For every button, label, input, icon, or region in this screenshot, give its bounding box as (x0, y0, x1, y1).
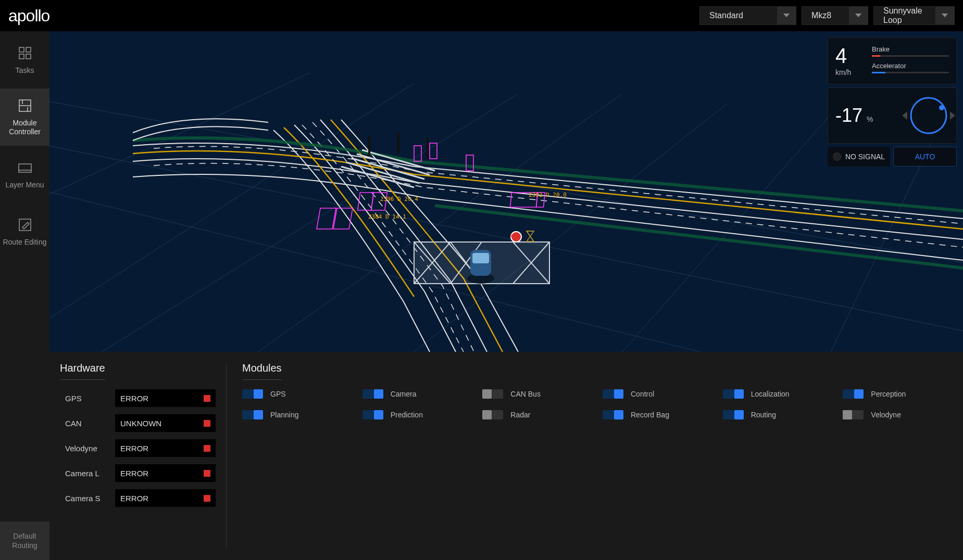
module-label: Planning (270, 411, 299, 419)
sidebar-default-routing[interactable]: Default Routing (0, 521, 49, 560)
vehicle-select-label: Mkz8 (802, 11, 849, 20)
hardware-name: GPS (60, 394, 110, 403)
svg-rect-34 (466, 155, 473, 171)
hardware-row: Camera L ERROR (60, 464, 216, 482)
brake-label: Brake (872, 45, 949, 53)
hardware-row: Velodyne ERROR (60, 439, 216, 457)
dashboard-overlay: 4 km/h Brake Accelerator (828, 37, 957, 167)
module-item: Routing (723, 410, 833, 419)
vehicle-select[interactable]: Mkz8 (802, 6, 868, 25)
module-label: Record Bag (631, 411, 669, 419)
signal-dot-icon (833, 152, 841, 161)
viewport-3d[interactable]: 2396 D 20.4 2392 D 20.0 2384 D 14.1 STOP… (49, 31, 963, 352)
sidebar-item-module-controller[interactable]: Module Controller (0, 88, 49, 146)
hardware-name: Velodyne (60, 444, 110, 453)
mode-select-label: Standard (700, 11, 777, 20)
svg-line-20 (49, 73, 310, 291)
module-item: Record Bag (603, 410, 712, 419)
module-item: Control (603, 389, 712, 399)
topbar: apollo Standard Mkz8 Sunnyvale Loop (0, 0, 963, 31)
module-toggle[interactable] (362, 410, 383, 419)
hardware-status: ERROR (115, 464, 216, 482)
svg-line-21 (341, 167, 414, 187)
module-label: CAN Bus (510, 390, 541, 398)
module-toggle[interactable] (723, 389, 744, 399)
chevron-down-icon (849, 6, 868, 25)
module-item: Localization (723, 389, 833, 399)
map-select-label: Sunnyvale Loop (874, 6, 935, 25)
speed-value: 4 (835, 45, 872, 66)
layer-menu-icon (17, 160, 33, 175)
sidebar-item-route-editing[interactable]: Route Editing (0, 203, 49, 260)
status-led-icon (204, 470, 210, 477)
hardware-status: ERROR (115, 389, 216, 407)
module-toggle[interactable] (242, 389, 263, 399)
hardware-name: CAN (60, 419, 110, 428)
chevron-down-icon (777, 6, 796, 25)
module-toggle[interactable] (482, 389, 503, 399)
steering-wheel-icon (908, 95, 949, 136)
steering-value: -17 (835, 105, 862, 126)
status-led-icon (204, 495, 210, 502)
svg-rect-8 (19, 164, 31, 172)
module-toggle[interactable] (242, 410, 263, 419)
module-item: Camera (362, 389, 472, 399)
hardware-title: Hardware (60, 362, 105, 380)
svg-rect-2 (19, 54, 24, 59)
sidebar-item-tasks[interactable]: Tasks (0, 31, 49, 88)
hardware-status: UNKNOWN (115, 414, 216, 432)
brake-bar (872, 55, 949, 57)
object-label: 2392 D 20.0 (529, 192, 567, 198)
mode-select[interactable]: Standard (699, 6, 796, 25)
module-toggle[interactable] (482, 410, 503, 419)
chevron-down-icon (935, 6, 954, 25)
module-label: Perception (871, 390, 906, 398)
auto-badge[interactable]: AUTO (893, 147, 957, 167)
sidebar-item-label: Layer Menu (6, 181, 44, 189)
module-item: Planning (242, 410, 352, 419)
module-item: CAN Bus (482, 389, 592, 399)
module-item: GPS (242, 389, 352, 399)
sidebar-item-label: Module Controller (0, 119, 49, 136)
steer-right-icon[interactable] (950, 111, 955, 120)
top-selects: Standard Mkz8 Sunnyvale Loop (699, 6, 955, 25)
status-led-icon (204, 420, 210, 427)
module-item: Prediction (362, 410, 472, 419)
module-label: Routing (751, 411, 776, 419)
module-controller-icon (17, 98, 33, 113)
object-label: 2396 D 20.4 (380, 196, 418, 202)
hardware-status: ERROR (115, 439, 216, 457)
svg-rect-0 (19, 47, 24, 52)
module-toggle[interactable] (362, 389, 383, 399)
module-toggle[interactable] (843, 389, 864, 399)
sidebar-item-label: Route Editing (3, 238, 46, 247)
module-toggle[interactable] (603, 389, 623, 399)
svg-rect-36 (397, 133, 399, 154)
modules-title: Modules (242, 362, 282, 380)
svg-rect-33 (430, 143, 437, 159)
svg-rect-32 (414, 146, 421, 161)
module-label: GPS (270, 390, 286, 398)
hardware-status: ERROR (115, 489, 216, 507)
module-label: Localization (751, 390, 790, 398)
map-select[interactable]: Sunnyvale Loop (873, 6, 955, 25)
module-label: Radar (510, 411, 530, 419)
stop-sign-label: STOP (510, 234, 519, 238)
bottom-panels: Hardware GPS ERROR CAN UNKNOWN Velodyne … (49, 352, 963, 560)
sidebar-item-layer-menu[interactable]: Layer Menu (0, 146, 49, 203)
svg-rect-37 (427, 138, 429, 159)
steer-left-icon[interactable] (902, 111, 907, 120)
hardware-name: Camera S (60, 494, 110, 503)
svg-rect-3 (26, 54, 31, 59)
svg-rect-1 (26, 47, 31, 52)
module-label: Velodyne (871, 411, 901, 419)
hardware-panel: Hardware GPS ERROR CAN UNKNOWN Velodyne … (60, 362, 227, 550)
tasks-icon (17, 45, 33, 61)
speed-card: 4 km/h Brake Accelerator (828, 37, 957, 84)
module-toggle[interactable] (603, 410, 623, 419)
steering-unit: % (867, 115, 873, 123)
route-editing-icon (17, 217, 33, 233)
module-toggle[interactable] (723, 410, 744, 419)
module-toggle[interactable] (843, 410, 864, 419)
module-item: Perception (843, 389, 953, 399)
